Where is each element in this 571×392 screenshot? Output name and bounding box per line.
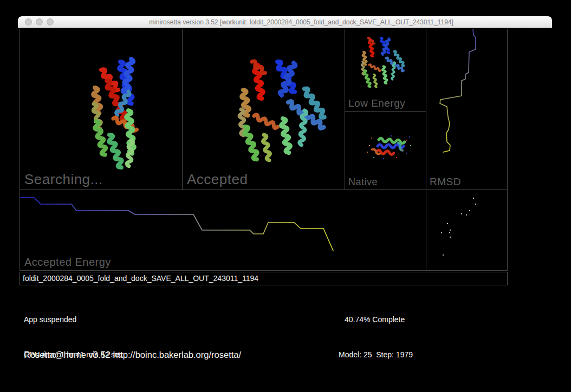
workunit-bar: foldit_2000284_0005_fold_and_dock_SAVE_A… <box>20 272 508 285</box>
rmsd-chart <box>426 29 507 190</box>
workunit-name: foldit_2000284_0005_fold_and_dock_SAVE_A… <box>20 272 507 285</box>
percent-complete-text: 40.74% Complete <box>339 314 434 326</box>
footer-text: Rosetta@home v3.52 http://boinc.bakerlab… <box>24 350 241 360</box>
minimize-button[interactable] <box>36 18 43 25</box>
title-bar[interactable]: minirosetta version 3.52 [workunit: fold… <box>18 16 552 28</box>
zoom-button[interactable] <box>47 18 54 25</box>
accepted-energy-label: Accepted Energy <box>24 256 111 269</box>
accepted-energy-panel: Accepted Energy <box>20 190 426 270</box>
scatter-panel <box>426 190 507 270</box>
rmsd-label: RMSD <box>430 176 461 188</box>
searching-label: Searching... <box>24 171 103 188</box>
rmsd-energy-scatter-chart <box>426 190 507 270</box>
accepted-protein-view <box>183 29 345 190</box>
graphics-grid: Searching... Accepted Low Energy Native … <box>20 29 508 271</box>
accepted-panel: Accepted <box>183 29 345 190</box>
model-step-text: Model: 25 Step: 1979 <box>339 349 434 361</box>
status-right-block: 40.74% Complete Model: 25 Step: 1979 Acc… <box>339 291 434 366</box>
searching-protein-view <box>20 29 182 190</box>
native-label: Native <box>348 177 378 188</box>
low-energy-panel: Low Energy <box>345 29 426 111</box>
window-title: minirosetta version 3.52 [workunit: fold… <box>61 16 541 28</box>
low-energy-label: Low Energy <box>348 97 405 109</box>
minirosetta-window: minirosetta version 3.52 [workunit: fold… <box>18 16 552 366</box>
accepted-label: Accepted <box>187 171 248 188</box>
rmsd-panel: RMSD <box>426 29 507 190</box>
searching-panel: Searching... <box>20 29 182 190</box>
native-panel: Native <box>345 112 426 190</box>
close-button[interactable] <box>25 18 32 25</box>
app-status-text: App suspended <box>24 314 199 326</box>
